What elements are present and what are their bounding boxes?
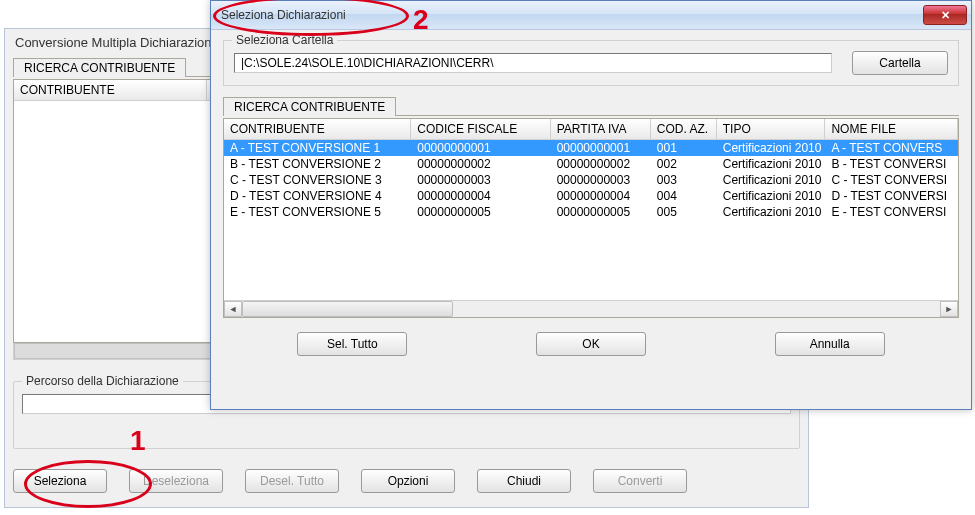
- cell-contribuente: D - TEST CONVERSIONE 4: [224, 188, 411, 204]
- cell-cod-az: 004: [651, 188, 717, 204]
- cell-codice-fiscale: 00000000004: [411, 188, 550, 204]
- chiudi-button[interactable]: Chiudi: [477, 469, 571, 493]
- dialog-tab-ricerca-contribuente[interactable]: RICERCA CONTRIBUENTE: [223, 97, 396, 116]
- cell-tipo: Certificazioni 2010: [717, 188, 826, 204]
- cell-tipo: Certificazioni 2010: [717, 172, 826, 188]
- cell-cod-az: 005: [651, 204, 717, 220]
- cartella-path-input[interactable]: [234, 53, 832, 73]
- cell-codice-fiscale: 00000000001: [411, 140, 550, 156]
- table-row[interactable]: B - TEST CONVERSIONE 2000000000020000000…: [224, 156, 958, 172]
- annulla-button[interactable]: Annulla: [775, 332, 885, 356]
- cell-cod-az: 001: [651, 140, 717, 156]
- table-row[interactable]: D - TEST CONVERSIONE 4000000000040000000…: [224, 188, 958, 204]
- cell-codice-fiscale: 00000000005: [411, 204, 550, 220]
- opzioni-button[interactable]: Opzioni: [361, 469, 455, 493]
- close-icon: ✕: [941, 9, 950, 22]
- close-button[interactable]: ✕: [923, 5, 967, 25]
- cell-partita-iva: 00000000001: [551, 140, 651, 156]
- table-row[interactable]: C - TEST CONVERSIONE 3000000000030000000…: [224, 172, 958, 188]
- col-contribuente[interactable]: CONTRIBUENTE: [224, 119, 411, 139]
- cell-cod-az: 002: [651, 156, 717, 172]
- cell-nome-file: E - TEST CONVERSI: [825, 204, 958, 220]
- cell-codice-fiscale: 00000000002: [411, 156, 550, 172]
- cell-tipo: Certificazioni 2010: [717, 156, 826, 172]
- col-nome-file[interactable]: NOME FILE: [825, 119, 958, 139]
- cell-nome-file: A - TEST CONVERS: [825, 140, 958, 156]
- cell-nome-file: C - TEST CONVERSI: [825, 172, 958, 188]
- sel-tutto-button[interactable]: Sel. Tutto: [297, 332, 407, 356]
- dialog-titlebar[interactable]: Seleziona Dichiarazioni ✕: [211, 1, 971, 30]
- seleziona-cartella-group: Seleziona Cartella Cartella: [223, 40, 959, 86]
- cell-nome-file: D - TEST CONVERSI: [825, 188, 958, 204]
- desel-tutto-button: Desel. Tutto: [245, 469, 339, 493]
- cell-partita-iva: 00000000002: [551, 156, 651, 172]
- col-partita-iva[interactable]: PARTITA IVA: [551, 119, 651, 139]
- parent-grid-col-contribuente[interactable]: CONTRIBUENTE: [14, 80, 207, 100]
- deseleziona-button: Deseleziona: [129, 469, 223, 493]
- table-row[interactable]: E - TEST CONVERSIONE 5000000000050000000…: [224, 204, 958, 220]
- seleziona-dichiarazioni-dialog: Seleziona Dichiarazioni ✕ Seleziona Cart…: [210, 0, 972, 410]
- cartella-button[interactable]: Cartella: [852, 51, 948, 75]
- dialog-grid[interactable]: CONTRIBUENTE CODICE FISCALE PARTITA IVA …: [223, 118, 959, 318]
- col-tipo[interactable]: TIPO: [717, 119, 826, 139]
- tab-ricerca-contribuente[interactable]: RICERCA CONTRIBUENTE: [13, 58, 186, 77]
- cell-contribuente: C - TEST CONVERSIONE 3: [224, 172, 411, 188]
- dialog-title: Seleziona Dichiarazioni: [221, 8, 346, 22]
- table-row[interactable]: A - TEST CONVERSIONE 1000000000010000000…: [224, 140, 958, 156]
- cell-codice-fiscale: 00000000003: [411, 172, 550, 188]
- cell-nome-file: B - TEST CONVERSI: [825, 156, 958, 172]
- cell-contribuente: B - TEST CONVERSIONE 2: [224, 156, 411, 172]
- parent-button-row: Seleziona Deseleziona Desel. Tutto Opzio…: [13, 469, 800, 493]
- dialog-grid-header: CONTRIBUENTE CODICE FISCALE PARTITA IVA …: [224, 119, 958, 140]
- cell-tipo: Certificazioni 2010: [717, 140, 826, 156]
- converti-button: Converti: [593, 469, 687, 493]
- cell-partita-iva: 00000000005: [551, 204, 651, 220]
- dialog-horizontal-scrollbar[interactable]: ◄ ►: [224, 300, 958, 317]
- dialog-tabs: RICERCA CONTRIBUENTE: [223, 96, 959, 116]
- seleziona-cartella-label: Seleziona Cartella: [232, 33, 337, 47]
- cell-contribuente: A - TEST CONVERSIONE 1: [224, 140, 411, 156]
- cell-tipo: Certificazioni 2010: [717, 204, 826, 220]
- cell-contribuente: E - TEST CONVERSIONE 5: [224, 204, 411, 220]
- seleziona-button[interactable]: Seleziona: [13, 469, 107, 493]
- ok-button[interactable]: OK: [536, 332, 646, 356]
- col-cod-az[interactable]: COD. AZ.: [651, 119, 717, 139]
- scroll-left-icon[interactable]: ◄: [224, 301, 242, 317]
- col-codice-fiscale[interactable]: CODICE FISCALE: [411, 119, 550, 139]
- cell-cod-az: 003: [651, 172, 717, 188]
- dialog-button-row: Sel. Tutto OK Annulla: [223, 318, 959, 356]
- percorso-group-label: Percorso della Dichiarazione: [22, 374, 183, 388]
- cell-partita-iva: 00000000003: [551, 172, 651, 188]
- cell-partita-iva: 00000000004: [551, 188, 651, 204]
- scroll-right-icon[interactable]: ►: [940, 301, 958, 317]
